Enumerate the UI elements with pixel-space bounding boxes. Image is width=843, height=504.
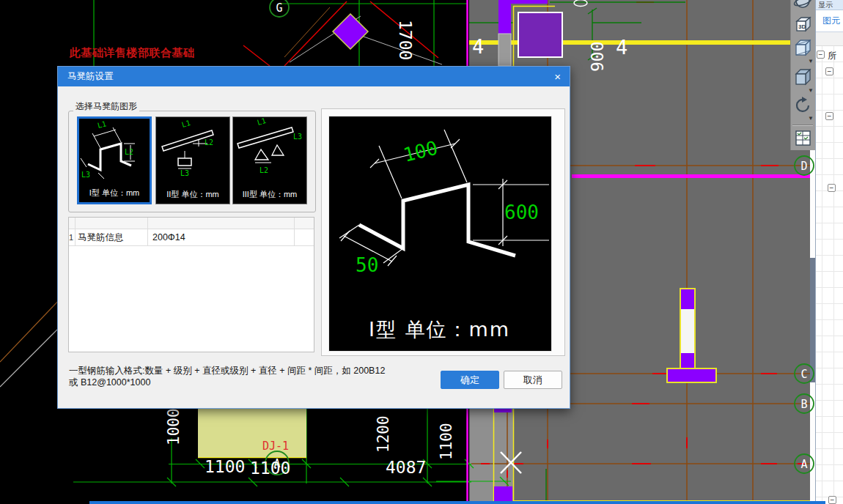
ok-button[interactable]: 确定	[441, 371, 499, 389]
red-note: 此基础详售楼部联合基础	[69, 46, 195, 59]
preview-caption: I型 单位：mm	[369, 318, 510, 341]
group-label: 选择马凳筋图形	[73, 100, 139, 113]
element-display-panel: 显示 图元 − 所 − − − −	[815, 0, 843, 504]
dim-1200: 1200	[375, 415, 392, 453]
scrollbar-thumb	[810, 258, 815, 382]
type1-preview-graphic: 100 600 50 I型 单位：mm	[329, 116, 551, 351]
svg-text:L2: L2	[125, 148, 133, 156]
dim-4-right: 4	[616, 36, 627, 59]
toolbar-divider	[792, 125, 813, 126]
dropdown-arrow-icon[interactable]: ▼	[808, 59, 814, 64]
tree-collapse-toggle[interactable]: −	[828, 184, 836, 192]
table-row[interactable]: 1 马凳筋信息 200Φ14	[69, 229, 314, 246]
axis-letter-c: C	[800, 368, 807, 381]
type1-caption: I型 单位：mm	[79, 188, 150, 199]
view-toolbar: 3D ▼ ▼ ▼	[790, 0, 815, 150]
dim-900: 900	[588, 41, 607, 72]
element-tree: − 所 − − − −	[816, 46, 843, 504]
bottom-strip	[89, 501, 825, 504]
panel-column-header	[816, 32, 843, 46]
svg-text:L3: L3	[180, 169, 189, 177]
tree-collapse-toggle[interactable]: −	[825, 112, 833, 120]
svg-text:L1: L1	[181, 119, 192, 129]
tree-root-label: 所	[828, 50, 836, 62]
shape-preview-canvas: 100 600 50 I型 单位：mm	[328, 116, 552, 352]
shape-option-type2[interactable]: L1 L2 L3 II型 单位：mm	[155, 116, 230, 204]
table-header-row	[69, 218, 314, 229]
solid-cube-icon[interactable]	[793, 67, 813, 87]
dim-1100-mid: 1100	[250, 459, 290, 478]
orbit-icon[interactable]	[793, 0, 813, 11]
tab-element-display[interactable]: 图元	[816, 10, 843, 32]
axis-letter-b: B	[800, 398, 807, 411]
preview-dim-top: 100	[401, 136, 440, 166]
dj1-label: DJ-1	[262, 440, 289, 453]
row-number: 1	[69, 229, 76, 245]
input-format-hint-line2: 或 B12@1000*1000	[69, 377, 150, 389]
view-3d-icon[interactable]: 3D	[793, 15, 813, 34]
dj1-footing	[198, 407, 306, 457]
svg-text:3D: 3D	[798, 23, 806, 30]
type3-caption: III型 单位：mm	[233, 189, 306, 200]
row-label: 马凳筋信息	[76, 229, 148, 245]
type2-caption: II型 单位：mm	[156, 189, 229, 200]
dim-4-left: 4	[472, 35, 484, 58]
tree-collapse-toggle[interactable]: −	[825, 67, 833, 75]
shape-option-type1[interactable]: L1 L2 L3 I型 单位：mm	[77, 116, 152, 204]
tree-collapse-toggle[interactable]: −	[828, 496, 836, 504]
dim-1100-right: 1100	[438, 423, 455, 460]
type1-thumbnail-graphic: L1 L2 L3	[79, 119, 150, 186]
dim-1000: 1000	[165, 408, 183, 445]
wireframe-cube-icon[interactable]	[793, 38, 813, 58]
axis-letter-g: G	[276, 1, 282, 15]
type2-thumbnail-graphic: L1 L2 L3	[156, 117, 227, 185]
tree-collapse-toggle[interactable]: −	[817, 51, 825, 59]
preview-dim-right: 600	[504, 201, 539, 223]
stirrup-settings-dialog: 马凳筋设置 × 选择马凳筋图形 L1 L2 L3 I型 单位：mm L1 L2	[57, 66, 570, 409]
shape-preview-panel: 100 600 50 I型 单位：mm	[321, 108, 565, 356]
axis-letter-d: D	[800, 160, 807, 173]
svg-text:L1: L1	[257, 117, 268, 127]
rebar-info-table: 1 马凳筋信息 200Φ14	[68, 217, 314, 352]
input-format-hint-line1: 一型钢筋输入格式:数量 + 级别 + 直径或级别 + 直径 + 间距 * 间距，…	[69, 365, 385, 377]
axis-letter-a: A	[800, 458, 807, 471]
canvas-scrollbar[interactable]	[810, 147, 815, 504]
purple-diamond	[333, 14, 368, 49]
purple-square-column	[518, 12, 562, 57]
schedule-table-icon[interactable]	[793, 128, 813, 148]
svg-text:L2: L2	[205, 138, 213, 147]
cancel-button[interactable]: 取消	[504, 371, 562, 389]
svg-text:L3: L3	[293, 133, 302, 141]
dropdown-arrow-icon[interactable]: ▼	[808, 88, 814, 94]
close-icon[interactable]: ×	[554, 71, 561, 82]
dropdown-arrow-icon[interactable]: ▼	[808, 116, 814, 122]
rotate-view-icon[interactable]	[793, 95, 813, 115]
svg-text:L3: L3	[81, 171, 90, 179]
panel-header: 显示	[816, 0, 843, 10]
dim-1700: 1700	[396, 20, 415, 60]
dim-4087: 4087	[386, 458, 426, 477]
type3-thumbnail-graphic: L1 L3 L2	[233, 117, 303, 185]
preview-dim-left: 50	[356, 254, 378, 276]
rebar-spec-cell[interactable]: 200Φ14	[148, 229, 295, 245]
svg-text:L2: L2	[259, 166, 268, 174]
dialog-title: 马凳筋设置	[67, 70, 114, 83]
shape-option-type3[interactable]: L1 L3 L2 III型 单位：mm	[232, 116, 307, 204]
dialog-titlebar[interactable]: 马凳筋设置 ×	[58, 67, 570, 86]
dim-1100-left: 1100	[205, 457, 245, 476]
svg-text:L1: L1	[97, 119, 107, 130]
